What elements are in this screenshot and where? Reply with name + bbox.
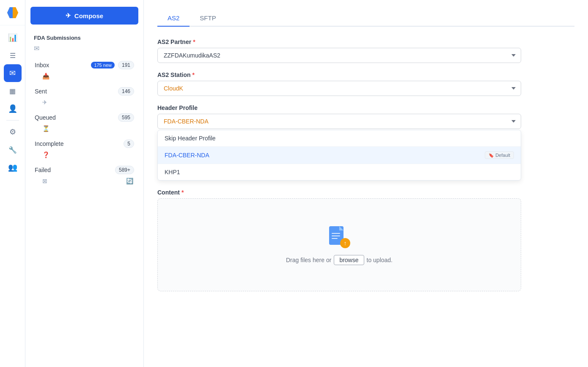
send-icon: ✈ <box>66 12 71 19</box>
nav-person-button[interactable]: 👤 <box>4 100 22 118</box>
sidebar-item-incomplete[interactable]: Incomplete 5 <box>30 136 138 151</box>
main-content: AS2 SFTP AS2 Partner * ZZFDAKumudikaAS2 … <box>144 0 588 367</box>
khp1-label: KHP1 <box>165 169 180 175</box>
person-icon: 👤 <box>8 104 17 113</box>
queued-label: Queued <box>35 114 115 121</box>
svg-text:↑: ↑ <box>344 240 347 246</box>
icon-nav: 📊 ☰ ✉ ▦ 👤 ⚙ 🔧 👥 <box>0 0 25 367</box>
header-profile-field: Header Profile FDA-CBER-NDA Skip Header … <box>157 104 521 181</box>
incomplete-label: Incomplete <box>35 140 120 147</box>
upload-icon-wrapper: ↑ <box>327 225 352 250</box>
app-body: ✈ Compose FDA Submissions ✉ Inbox 175 ne… <box>25 0 588 367</box>
fda-mail-icon: ✉ <box>34 45 39 52</box>
incomplete-count: 5 <box>124 140 134 148</box>
upload-suffix: to upload. <box>367 257 393 263</box>
mail-icon: ✉ <box>9 68 16 78</box>
tabs: AS2 SFTP <box>157 10 574 27</box>
fda-section-label: FDA Submissions <box>30 31 138 43</box>
sent-label: Sent <box>35 88 115 95</box>
inbox-new-badge: 175 new <box>91 62 115 68</box>
as2-station-field: AS2 Station * CloudK <box>157 71 521 96</box>
sidebar-item-failed[interactable]: Failed 589+ <box>30 162 138 178</box>
compose-label: Compose <box>74 12 103 19</box>
table-icon: ▦ <box>9 87 16 95</box>
nav-menu-button[interactable]: ☰ <box>4 47 22 64</box>
incomplete-sub-icons: ❓ <box>42 151 138 161</box>
upload-text: Drag files here or browse to upload. <box>286 255 393 265</box>
nav-people-button[interactable]: 👥 <box>4 159 22 176</box>
nav-gear-button[interactable]: ⚙ <box>4 123 22 141</box>
dropdown-item-skip[interactable]: Skip Header Profile <box>158 130 521 147</box>
failed-icon: ⊠ <box>42 178 47 184</box>
skip-label: Skip Header Profile <box>165 135 216 142</box>
menu-icon: ☰ <box>10 52 16 60</box>
sent-icon: ✈ <box>42 99 47 106</box>
inbox-label: Inbox <box>35 62 86 68</box>
sidebar-item-sent[interactable]: Sent 146 <box>30 84 138 99</box>
sidebar-item-inbox[interactable]: Inbox 175 new 191 <box>30 58 138 73</box>
dropdown-item-fda[interactable]: FDA-CBER-NDA 🔖 Default <box>158 147 521 164</box>
svg-marker-1 <box>7 7 13 18</box>
upload-area[interactable]: ↑ Drag files here or browse to upload. <box>157 198 521 291</box>
compose-button[interactable]: ✈ Compose <box>30 7 138 25</box>
fda-cber-label: FDA-CBER-NDA <box>165 152 209 159</box>
failed-count: 589+ <box>115 166 134 174</box>
queued-count: 595 <box>118 113 134 122</box>
queued-sub-icons: ⏳ <box>42 125 138 134</box>
header-profile-label: Header Profile <box>157 104 521 111</box>
browse-button[interactable]: browse <box>334 255 364 265</box>
tool-icon: 🔧 <box>8 146 17 154</box>
required-star-content: * <box>181 189 184 196</box>
tab-sftp[interactable]: SFTP <box>190 10 226 27</box>
logo-area <box>0 0 25 25</box>
svg-rect-6 <box>332 236 340 236</box>
required-star-station: * <box>192 71 195 78</box>
as2-partner-field: AS2 Partner * ZZFDAKumudikaAS2 <box>157 38 521 63</box>
form-section: AS2 Partner * ZZFDAKumudikaAS2 AS2 Stati… <box>157 38 521 291</box>
svg-marker-2 <box>13 7 18 18</box>
chart-icon: 📊 <box>8 33 17 42</box>
as2-station-select[interactable]: CloudK <box>157 81 521 96</box>
sent-count: 146 <box>118 87 134 96</box>
header-profile-dropdown: Skip Header Profile FDA-CBER-NDA 🔖 Defau… <box>157 130 521 181</box>
nav-tool-button[interactable]: 🔧 <box>4 141 22 159</box>
as2-partner-select[interactable]: ZZFDAKumudikaAS2 <box>157 48 521 63</box>
file-upload-icon: ↑ <box>327 225 351 249</box>
bookmark-icon: 🔖 <box>489 153 494 158</box>
gear-icon: ⚙ <box>9 127 16 137</box>
tab-as2[interactable]: AS2 <box>157 10 190 27</box>
queued-icon: ⏳ <box>42 125 49 132</box>
inbox-count: 191 <box>118 61 134 69</box>
sidebar: ✈ Compose FDA Submissions ✉ Inbox 175 ne… <box>25 0 144 367</box>
refresh-icon: 🔄 <box>126 178 133 184</box>
svg-rect-7 <box>332 238 338 239</box>
inbox-icon: 📥 <box>42 73 49 79</box>
required-star-partner: * <box>193 38 195 45</box>
incomplete-icon: ❓ <box>42 151 49 158</box>
people-icon: 👥 <box>8 163 17 172</box>
logo-icon <box>6 6 19 19</box>
as2-station-label: AS2 Station * <box>157 71 521 78</box>
nav-chart-button[interactable]: 📊 <box>4 29 22 47</box>
failed-label: Failed <box>35 167 112 173</box>
header-profile-select[interactable]: FDA-CBER-NDA <box>157 114 521 129</box>
default-badge: 🔖 Default <box>485 151 514 159</box>
nav-mail-button[interactable]: ✉ <box>4 64 22 82</box>
sidebar-item-queued[interactable]: Queued 595 <box>30 110 138 125</box>
dropdown-item-khp1[interactable]: KHP1 <box>158 164 521 180</box>
inbox-sub-icons: 📥 <box>42 73 138 82</box>
content-label: Content * <box>157 189 521 196</box>
content-field: Content * <box>157 189 521 291</box>
nav-divider <box>6 120 19 121</box>
sent-sub-icons: ✈ <box>42 99 138 108</box>
as2-partner-label: AS2 Partner * <box>157 38 521 45</box>
drag-text: Drag files here or <box>286 257 331 263</box>
svg-rect-5 <box>332 233 340 234</box>
failed-sub-icons: ⊠ 🔄 <box>42 178 138 187</box>
nav-table-button[interactable]: ▦ <box>4 82 22 100</box>
